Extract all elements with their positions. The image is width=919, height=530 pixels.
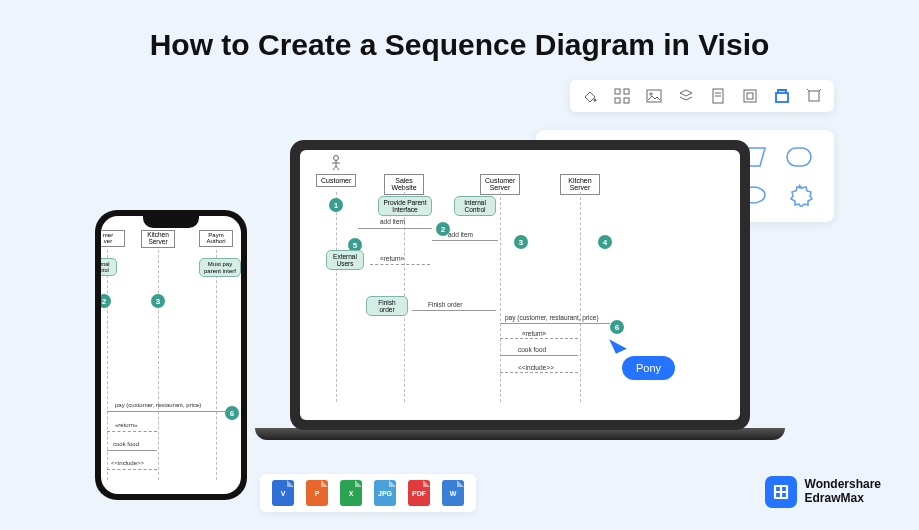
p-msg-pay: pay (customer, restaurant, price) — [115, 402, 201, 408]
badge-1: 1 — [329, 198, 343, 212]
msg-additem-1: add item — [380, 218, 405, 225]
svg-rect-5 — [647, 90, 661, 102]
file-word: W — [442, 480, 464, 506]
brand-line1: Wondershare — [805, 478, 881, 492]
msg-return-2: «return» — [522, 330, 546, 337]
laptop-mockup: Customer Sales Website Customer Server K… — [255, 140, 785, 460]
brand: Wondershare EdrawMax — [765, 476, 881, 508]
fill-icon[interactable] — [582, 88, 598, 104]
svg-rect-1 — [615, 89, 620, 94]
layers-icon[interactable] — [678, 88, 694, 104]
badge-6: 6 — [610, 320, 624, 334]
msg-return-1: «return» — [380, 255, 404, 262]
file-excel: X — [340, 480, 362, 506]
svg-rect-11 — [809, 91, 819, 101]
svg-rect-10 — [776, 93, 788, 102]
shape-seal[interactable] — [784, 182, 814, 208]
p-badge-2: 2 — [101, 294, 111, 308]
page-icon[interactable] — [710, 88, 726, 104]
node-ext-users: External Users — [326, 250, 364, 270]
msg-include: <<include>> — [518, 364, 554, 371]
lane-customer: Customer — [316, 174, 356, 187]
p-badge-3: 3 — [151, 294, 165, 308]
laptop-canvas: Customer Sales Website Customer Server K… — [300, 150, 740, 420]
shape-roundrect2[interactable] — [784, 144, 814, 170]
brand-line2: EdrawMax — [805, 492, 881, 506]
svg-rect-9 — [747, 93, 753, 99]
phone-mockup: merver Kitchen Server PaymAuthori rnaltr… — [95, 210, 247, 500]
p-msg-return: «return» — [115, 422, 137, 428]
p-node-mustpay: Must pay parent interf — [199, 258, 241, 277]
svg-point-0 — [594, 99, 597, 102]
file-ppt: P — [306, 480, 328, 506]
file-visio: V — [272, 480, 294, 506]
msg-cook: cook food — [518, 346, 546, 353]
p-lane-kitchen: Kitchen Server — [141, 230, 175, 248]
page-title: How to Create a Sequence Diagram in Visi… — [0, 28, 919, 62]
svg-rect-15 — [787, 148, 811, 166]
image-icon[interactable] — [646, 88, 662, 104]
msg-finish: Finish order — [428, 301, 462, 308]
p-lane-cserver: merver — [101, 230, 125, 247]
brand-logo-icon — [765, 476, 797, 508]
p-lane-payauth: PaymAuthori — [199, 230, 233, 247]
p-node-1: rnaltrol — [101, 258, 117, 276]
grid-icon[interactable] — [614, 88, 630, 104]
msg-pay: pay (customer, restaurant, price) — [505, 314, 599, 321]
badge-4: 4 — [598, 235, 612, 249]
badge-3: 3 — [514, 235, 528, 249]
svg-rect-2 — [624, 89, 629, 94]
cursor-icon — [609, 334, 627, 354]
msg-additem-2: add item — [448, 231, 473, 238]
node-finish: Finish order — [366, 296, 408, 316]
svg-point-6 — [650, 93, 652, 95]
file-jpg: JPG — [374, 480, 396, 506]
p-msg-include: <<include>> — [111, 460, 144, 466]
p-msg-cook: cook food — [113, 441, 139, 447]
phone-canvas: merver Kitchen Server PaymAuthori rnaltr… — [101, 216, 241, 494]
node-internal-ctrl: Internal Control — [454, 196, 496, 216]
cursor-label: Pony — [622, 356, 675, 380]
svg-point-17 — [334, 156, 339, 161]
svg-rect-3 — [615, 98, 620, 103]
node-parent-iface: Provide Parent Interface — [378, 196, 432, 216]
frame-icon[interactable] — [806, 88, 822, 104]
container-icon[interactable] — [774, 88, 790, 104]
file-pdf: PDF — [408, 480, 430, 506]
svg-rect-8 — [744, 90, 756, 102]
svg-rect-4 — [624, 98, 629, 103]
snap-icon[interactable] — [742, 88, 758, 104]
actor-icon — [330, 155, 342, 173]
file-formats: V P X JPG PDF W — [260, 474, 476, 512]
p-badge-6: 6 — [225, 406, 239, 420]
toolbar — [570, 80, 834, 112]
